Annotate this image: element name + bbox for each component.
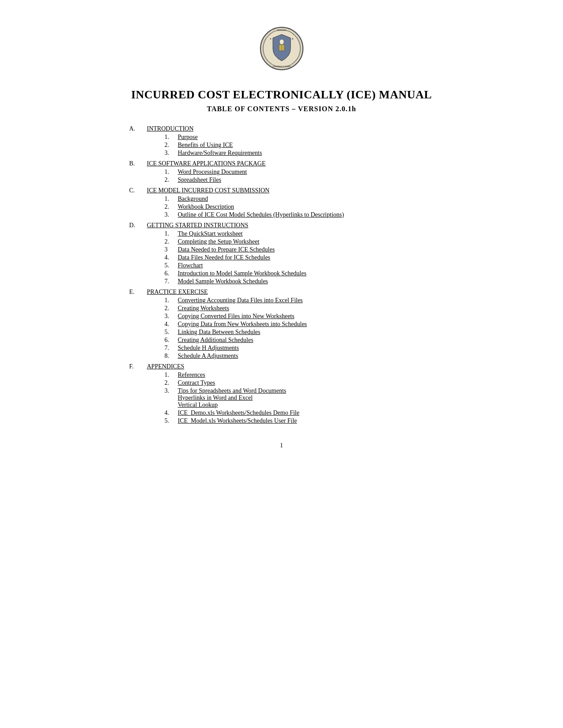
section-d-items: 1.The QuickStart worksheet 2.Completing …	[165, 230, 434, 285]
link-purpose[interactable]: Purpose	[178, 134, 198, 141]
section-title-f[interactable]: APPENDICES	[147, 363, 185, 370]
link-workbook-desc[interactable]: Workbook Description	[178, 203, 234, 210]
link-spreadsheet-files[interactable]: Spreadsheet Files	[178, 176, 221, 184]
link-vertical-lookup[interactable]: Vertical Lookup	[178, 402, 253, 409]
section-letter-b: B.	[129, 160, 147, 167]
logo-container: ★ ★ CONTRACT AUDIT DEFENSE	[129, 26, 434, 71]
section-letter-d: D.	[129, 222, 147, 229]
section-title-e[interactable]: PRACTICE EXERCISE	[147, 289, 208, 296]
link-creating-additional[interactable]: Creating Additional Schedules	[178, 337, 253, 344]
toc-section-c: C. ICE MODEL INCURRED COST SUBMISSION 1.…	[129, 187, 434, 218]
link-schedule-h[interactable]: Schedule H Adjustments	[178, 345, 239, 352]
link-outline-ice[interactable]: Outline of ICE Cost Model Schedules (Hyp…	[178, 211, 344, 218]
toc-section-f: F. APPENDICES 1.References 2.Contract Ty…	[129, 363, 434, 424]
agency-seal-icon: ★ ★ CONTRACT AUDIT DEFENSE	[260, 26, 304, 71]
link-ice-model[interactable]: ICE_Model.xls Worksheets/Schedules User …	[178, 417, 297, 424]
link-schedule-a[interactable]: Schedule A Adjustments	[178, 353, 238, 360]
subtitle: TABLE OF CONTENTS – VERSION 2.0.1h	[129, 105, 434, 113]
toc-section-e: E. PRACTICE EXERCISE 1.Converting Accoun…	[129, 289, 434, 360]
main-title: INCURRED COST ELECTRONICALLY (ICE) MANUA…	[129, 88, 434, 101]
link-intro-model[interactable]: Introduction to Model Sample Workbook Sc…	[178, 270, 306, 277]
link-copying-converted[interactable]: Copying Converted Files into New Workshe…	[178, 313, 295, 320]
link-quickstart[interactable]: The QuickStart worksheet	[178, 230, 243, 237]
section-a-items: 1.Purpose 2.Benefits of Using ICE 3.Hard…	[165, 134, 434, 157]
link-word-processing[interactable]: Word Processing Document	[178, 169, 247, 176]
section-letter-c: C.	[129, 187, 147, 194]
link-converting-accounting[interactable]: Converting Accounting Data Files into Ex…	[178, 297, 303, 304]
link-creating-worksheets[interactable]: Creating Worksheets	[178, 305, 229, 312]
section-b-items: 1.Word Processing Document 2.Spreadsheet…	[165, 169, 434, 184]
link-hyperlinks-word-excel[interactable]: Hyperlinks in Word and Excel	[178, 394, 253, 402]
section-letter-a: A.	[129, 125, 147, 132]
section-title-a[interactable]: INTRODUCTION	[147, 125, 194, 132]
page-number: 1	[129, 442, 434, 449]
svg-point-3	[280, 39, 284, 45]
link-tips-spreadsheets[interactable]: Tips for Spreadsheets and Word Documents	[178, 387, 287, 394]
link-benefits[interactable]: Benefits of Using ICE	[178, 142, 233, 149]
section-title-d[interactable]: GETTING STARTED INSTRUCTIONS	[147, 222, 249, 229]
svg-text:CONTRACT AUDIT: CONTRACT AUDIT	[272, 65, 291, 68]
toc-section-b: B. ICE SOFTWARE APPLICATIONS PACKAGE 1.W…	[129, 160, 434, 184]
link-contract-types[interactable]: Contract Types	[178, 379, 215, 387]
link-hardware[interactable]: Hardware/Software Requirements	[178, 150, 262, 157]
svg-text:★: ★	[291, 38, 294, 40]
section-letter-e: E.	[129, 289, 147, 296]
page-container: ★ ★ CONTRACT AUDIT DEFENSE INCURRED COST…	[94, 0, 469, 728]
svg-text:★: ★	[269, 38, 272, 40]
link-data-files[interactable]: Data Files Needed for ICE Schedules	[178, 254, 271, 261]
link-copying-data[interactable]: Copying Data from New Worksheets into Sc…	[178, 321, 307, 328]
link-background[interactable]: Background	[178, 195, 208, 203]
section-letter-f: F.	[129, 363, 147, 370]
link-flowchart[interactable]: Flowchart	[178, 262, 203, 269]
section-f-items: 1.References 2.Contract Types 3. Tips fo…	[165, 372, 434, 424]
section-title-b[interactable]: ICE SOFTWARE APPLICATIONS PACKAGE	[147, 160, 266, 167]
link-model-sample[interactable]: Model Sample Workbook Schedules	[178, 278, 268, 285]
toc-section-d: D. GETTING STARTED INSTRUCTIONS 1.The Qu…	[129, 222, 434, 285]
link-references[interactable]: References	[178, 372, 205, 379]
section-title-c[interactable]: ICE MODEL INCURRED COST SUBMISSION	[147, 187, 270, 194]
link-linking-data[interactable]: Linking Data Between Schedules	[178, 329, 261, 336]
svg-text:DEFENSE: DEFENSE	[277, 29, 286, 31]
section-c-items: 1.Background 2.Workbook Description 3.Ou…	[165, 195, 434, 218]
link-data-needed[interactable]: Data Needed to Prepare ICE Schedules	[178, 246, 275, 253]
toc-section-a: A. INTRODUCTION 1.Purpose 2.Benefits of …	[129, 125, 434, 157]
section-e-items: 1.Converting Accounting Data Files into …	[165, 297, 434, 360]
link-setup-worksheet[interactable]: Completing the Setup Worksheet	[178, 238, 260, 245]
link-ice-demo[interactable]: ICE_Demo.xls Worksheets/Schedules Demo F…	[178, 409, 299, 417]
